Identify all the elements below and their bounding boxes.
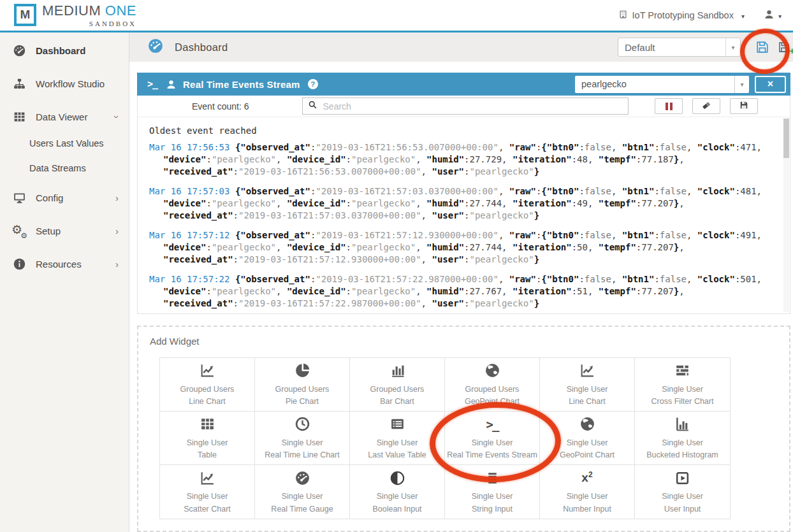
event-timestamp: Mar 16 17:57:03 xyxy=(149,186,229,196)
save-dashboard-button[interactable] xyxy=(755,40,769,54)
stream-widget-header: >_ Real Time Events Stream ? pearlgecko … xyxy=(137,73,790,96)
app-root: M MEDIUM ONE SANDBOX IoT Prototyping San… xyxy=(0,0,793,532)
select-caret-icon[interactable]: ▾ xyxy=(734,76,749,93)
logo-sandbox-label: SANDBOX xyxy=(42,20,136,27)
stream-toolbar: Event count: 6 xyxy=(138,96,790,117)
widget-cell-bucketed-histogram[interactable]: Single UserBucketed Histogram xyxy=(635,412,730,465)
widget-cell-cross-filter-chart[interactable]: Single UserCross Filter Chart xyxy=(635,358,730,412)
sidebar-item-users-last-values[interactable]: Users Last Values xyxy=(29,134,129,153)
widget-kind-label: Last Value Table xyxy=(368,449,426,461)
add-widget-title: Add Widget xyxy=(150,336,789,347)
sandbox-icon xyxy=(618,10,628,22)
widget-kind-label: Real Time Events Stream xyxy=(447,449,537,461)
event-timestamp: Mar 16 17:57:12 xyxy=(149,230,229,240)
info-icon xyxy=(13,257,26,271)
widget-cell-pie-chart[interactable]: Grouped UsersPie Chart xyxy=(255,358,350,412)
widget-cell-real-time-events-stream[interactable]: >_Single UserReal Time Events Stream xyxy=(445,412,540,465)
add-widget-panel: Add Widget Grouped UsersLine ChartGroupe… xyxy=(137,326,790,532)
logo-m-icon: M xyxy=(14,4,36,26)
pause-stream-button[interactable] xyxy=(655,98,683,114)
scrollbar-track[interactable] xyxy=(783,119,789,312)
help-icon[interactable]: ? xyxy=(308,79,318,89)
widget-cell-table[interactable]: Single UserTable xyxy=(160,412,255,465)
main-content: Dashboard Default ▾ + >_ xyxy=(129,32,793,532)
widget-cell-line-chart[interactable]: Single UserLine Chart xyxy=(540,358,635,412)
scrollbar-thumb[interactable] xyxy=(783,119,789,158)
widget-cell-real-time-gauge[interactable]: Single UserReal Time Gauge xyxy=(255,465,350,519)
save-stream-button[interactable] xyxy=(730,98,758,114)
user-menu-caret-icon[interactable]: ▾ xyxy=(778,13,782,20)
widget-cell-last-value-table[interactable]: Single UserLast Value Table xyxy=(350,412,445,465)
search-icon xyxy=(308,100,317,112)
device-user-select[interactable]: pearlgecko ▾ xyxy=(575,76,749,93)
widget-cell-real-time-line-chart[interactable]: Single UserReal Time Line Chart xyxy=(255,412,350,465)
widget-group-label: Single User xyxy=(567,384,608,396)
event-count: Event count: 6 xyxy=(192,101,249,111)
sidebar-item-dashboard[interactable]: Dashboard xyxy=(13,41,129,60)
event-entry: Mar 16 17:57:03 {"observed_at":"2019-03-… xyxy=(149,185,768,222)
sidebar-item-data-viewer[interactable]: Data Viewer › xyxy=(13,107,129,126)
sidebar-item-workflow-studio[interactable]: Workflow Studio xyxy=(13,74,129,93)
chevron-right-icon: › xyxy=(115,226,119,236)
widget-kind-label: Boolean Input xyxy=(372,503,421,515)
select-caret-icon[interactable]: ▾ xyxy=(725,38,740,56)
widget-group-label: Single User xyxy=(472,437,513,449)
widget-group-label: Single User xyxy=(377,437,418,449)
widget-kind-label: Pie Chart xyxy=(286,396,319,408)
sidebar-item-config[interactable]: Config › xyxy=(13,188,129,207)
widget-group-label: Single User xyxy=(662,384,703,396)
logo-one: ONE xyxy=(105,3,136,18)
widget-group-label: Single User xyxy=(567,491,608,503)
dashboard-select[interactable]: Default ▾ xyxy=(618,38,741,57)
widget-kind-label: GeoPoint Chart xyxy=(465,396,520,408)
widget-cell-number-input[interactable]: x2Single UserNumber Input xyxy=(540,465,635,519)
medium-one-logo[interactable]: M MEDIUM ONE SANDBOX xyxy=(14,4,136,27)
widget-cell-geopoint-chart[interactable]: Grouped UsersGeoPoint Chart xyxy=(445,358,540,412)
table-icon xyxy=(13,110,26,124)
close-icon: × xyxy=(768,78,773,90)
sidebar-item-setup[interactable]: ⚙⚙ Setup › xyxy=(13,221,129,240)
terminal-icon: >_ xyxy=(486,415,498,434)
widget-cell-string-input[interactable]: Single UserString Input xyxy=(445,465,540,519)
widget-cell-bar-chart[interactable]: Grouped UsersBar Chart xyxy=(350,358,445,412)
widget-cell-geopoint-chart[interactable]: Single UserGeoPoint Chart xyxy=(540,412,635,465)
search-input[interactable] xyxy=(322,101,623,112)
single-user-icon xyxy=(166,79,177,90)
pause-icon xyxy=(666,103,673,110)
cross-filter-icon xyxy=(674,361,690,380)
top-right-cluster: IoT Prototyping Sandbox ▾ ▾ xyxy=(618,9,782,22)
workspace-selector[interactable]: IoT Prototyping Sandbox xyxy=(632,10,734,20)
dashboard-gauge-icon xyxy=(147,38,164,57)
chevron-right-icon: › xyxy=(115,192,119,203)
widget-kind-label: Table xyxy=(198,449,217,461)
widget-cell-line-chart[interactable]: Grouped UsersLine Chart xyxy=(160,358,255,412)
widget-cell-user-input[interactable]: Single UserUser Input xyxy=(635,465,730,519)
search-box[interactable] xyxy=(302,97,629,115)
sidebar-item-resources[interactable]: Resources › xyxy=(13,254,129,273)
close-widget-button[interactable]: × xyxy=(755,76,786,93)
sidebar-item-data-streams[interactable]: Data Streams xyxy=(29,159,129,178)
plus-icon: + xyxy=(789,45,793,56)
save-as-new-dashboard-button[interactable]: + xyxy=(778,41,790,54)
widget-cell-boolean-input[interactable]: Single UserBoolean Input xyxy=(350,465,445,519)
boolean-icon xyxy=(389,468,405,487)
line-chart-icon xyxy=(200,361,215,380)
event-entry: Mar 16 17:57:12 {"observed_at":"2019-03-… xyxy=(149,229,768,266)
user-icon[interactable] xyxy=(764,9,775,22)
logo-wordmark: MEDIUM ONE xyxy=(42,4,136,18)
clear-stream-button[interactable] xyxy=(692,98,720,114)
sidebar-label-setup: Setup xyxy=(36,226,61,236)
widget-cell-scatter-chart[interactable]: Single UserScatter Chart xyxy=(160,465,255,519)
widget-group-label: Grouped Users xyxy=(465,384,520,396)
bar-chart-icon xyxy=(389,361,405,380)
widget-kind-label: Line Chart xyxy=(569,396,606,408)
widget-group-label: Single User xyxy=(662,491,703,503)
workspace-caret-icon[interactable]: ▾ xyxy=(741,13,745,20)
event-timestamp: Mar 16 17:57:22 xyxy=(149,274,229,284)
chevron-right-icon: › xyxy=(115,259,119,270)
globe-icon xyxy=(484,361,500,380)
event-log[interactable]: Oldest event reached Mar 16 17:56:53 {"o… xyxy=(138,117,790,313)
sidebar: Dashboard Workflow Studio Data Viewer › … xyxy=(0,32,129,532)
widget-kind-label: GeoPoint Chart xyxy=(560,449,615,461)
line-chart-icon xyxy=(579,361,595,380)
